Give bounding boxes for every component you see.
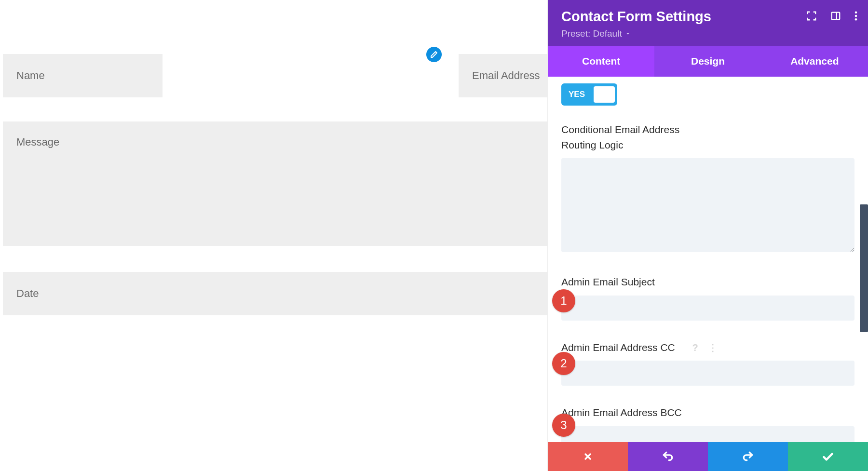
admin-subject-input[interactable] — [561, 296, 854, 321]
panel-header: Contact Form Settings Preset: Default — [548, 0, 868, 46]
conditional-line2: Routing Logic — [561, 139, 623, 150]
date-input[interactable] — [3, 272, 561, 315]
tab-advanced[interactable]: Advanced — [761, 46, 868, 77]
preset-label: Preset: Default — [561, 28, 622, 39]
admin-cc-input[interactable] — [561, 361, 854, 386]
name-input[interactable] — [3, 54, 163, 97]
field-hints: ? ⋮ — [692, 340, 718, 355]
edit-field-button[interactable] — [426, 47, 442, 62]
annotation-badge-2: 2 — [552, 352, 575, 375]
scrollbar[interactable] — [860, 204, 868, 332]
message-textarea[interactable] — [3, 121, 561, 246]
panel-body[interactable]: YES Conditional Email Address Routing Lo… — [548, 77, 868, 442]
undo-icon — [662, 450, 674, 463]
help-icon[interactable]: ? — [692, 340, 698, 355]
conditional-routing-label: Conditional Email Address Routing Logic — [561, 122, 854, 152]
preset-dropdown[interactable]: Preset: Default — [561, 28, 854, 39]
tab-design[interactable]: Design — [654, 46, 761, 77]
redo-button[interactable] — [708, 442, 788, 471]
more-options-icon[interactable] — [854, 11, 857, 21]
sidebar-toggle-icon[interactable] — [830, 11, 841, 21]
save-button[interactable] — [788, 442, 868, 471]
svg-point-2 — [855, 11, 857, 13]
cancel-button[interactable] — [548, 442, 628, 471]
field-options-icon[interactable]: ⋮ — [708, 340, 718, 355]
tab-content[interactable]: Content — [548, 46, 654, 77]
svg-point-4 — [855, 18, 857, 21]
settings-panel: Contact Form Settings Preset: Default Co… — [547, 0, 868, 471]
admin-bcc-label: Admin Email Address BCC — [561, 405, 854, 420]
conditional-line1: Conditional Email Address — [561, 124, 679, 135]
svg-rect-0 — [832, 13, 840, 20]
name-field-wrapper — [3, 54, 434, 97]
chevron-down-icon — [625, 31, 631, 37]
admin-subject-label: Admin Email Subject — [561, 274, 854, 290]
admin-cc-label: Admin Email Address CC ? ⋮ — [561, 340, 854, 355]
undo-button[interactable] — [628, 442, 708, 471]
expand-icon[interactable] — [806, 11, 817, 21]
admin-cc-label-text: Admin Email Address CC — [561, 342, 675, 353]
panel-footer — [548, 442, 868, 471]
check-icon — [822, 450, 834, 463]
admin-bcc-input[interactable] — [561, 426, 854, 443]
conditional-routing-textarea[interactable] — [561, 158, 854, 252]
toggle-knob — [594, 86, 615, 103]
toggle-switch[interactable]: YES — [561, 83, 617, 106]
annotation-badge-1: 1 — [552, 289, 575, 312]
pencil-icon — [430, 51, 438, 58]
toggle-yes-label: YES — [569, 90, 585, 99]
panel-tabs: Content Design Advanced — [548, 46, 868, 77]
close-icon — [583, 452, 593, 461]
svg-point-3 — [855, 15, 857, 17]
form-preview-area — [0, 0, 564, 471]
annotation-badge-3: 3 — [552, 414, 575, 437]
redo-icon — [742, 450, 754, 463]
